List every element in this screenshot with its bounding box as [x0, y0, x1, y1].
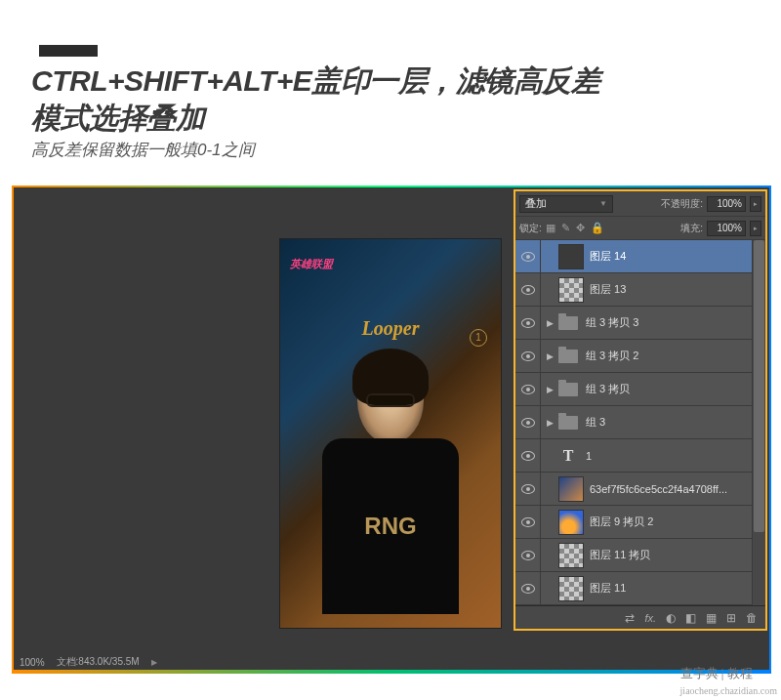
folder-icon [558, 350, 578, 363]
eye-icon [521, 285, 535, 295]
watermark: 查字典 | 教程 jiaocheng.chazidian.com [680, 665, 777, 698]
layer-row[interactable]: ▶组 3 拷贝 [515, 373, 765, 406]
opacity-stepper[interactable]: ▸ [750, 196, 761, 212]
layer-name: 图层 9 拷贝 2 [590, 515, 765, 529]
scrollbar-thumb[interactable] [754, 240, 764, 532]
layer-name: 组 3 拷贝 3 [586, 315, 765, 330]
team-logo: RNG [364, 513, 416, 540]
new-layer-icon[interactable]: ⊞ [726, 611, 736, 625]
mask-icon[interactable]: ◐ [666, 611, 676, 625]
lock-row: 锁定: ▦ ✎ ✥ 🔒 填充: 100% ▸ [515, 217, 765, 240]
visibility-toggle[interactable] [515, 506, 541, 538]
app-screenshot: 英雄联盟 Looper 1 RNG 100% 文档:843.0K/35.5M ▶… [12, 185, 771, 674]
expand-toggle[interactable]: ▶ [541, 418, 558, 428]
layer-row[interactable]: 图层 13 [515, 273, 765, 307]
folder-icon [558, 383, 578, 396]
layers-panel: 叠加 ▼ 不透明度: 100% ▸ 锁定: ▦ ✎ ✥ 🔒 填充: [514, 189, 767, 631]
layer-name: 1 [586, 450, 765, 462]
eye-icon [521, 451, 535, 461]
expand-toggle[interactable]: ▶ [541, 351, 558, 361]
eye-icon [521, 318, 535, 328]
watermark-main: 查字典 | 教程 [680, 666, 753, 680]
layer-row[interactable]: 图层 11 [515, 572, 765, 605]
layer-row[interactable]: 图层 11 拷贝 [515, 539, 765, 572]
visibility-toggle[interactable] [515, 572, 541, 604]
scrollbar[interactable] [752, 240, 765, 605]
layer-row[interactable]: 图层 9 拷贝 2 [515, 506, 765, 539]
expand-toggle[interactable]: ▶ [541, 385, 558, 394]
trash-icon[interactable]: 🗑 [746, 611, 758, 625]
eye-icon [521, 385, 535, 394]
folder-icon [558, 316, 578, 330]
group-icon[interactable]: ▦ [706, 611, 717, 625]
status-bar: 100% 文档:843.0K/35.5M ▶ [14, 652, 769, 672]
opacity-label: 不透明度: [661, 197, 703, 211]
artwork-badge: 1 [470, 329, 487, 347]
page-title: CTRL+SHIFT+ALT+E盖印一层，滤镜高反差 模式选择叠加 [31, 62, 599, 136]
layer-row[interactable]: 图层 14 [515, 240, 765, 273]
layer-name: 组 3 [586, 415, 765, 430]
zoom-level[interactable]: 100% [20, 657, 45, 668]
visibility-toggle[interactable] [515, 539, 541, 571]
layer-thumbnail [558, 543, 584, 568]
fx-icon[interactable]: fx. [644, 612, 656, 624]
link-layers-icon[interactable]: ⇄ [625, 611, 635, 625]
layer-name: 图层 13 [590, 282, 765, 297]
chevron-down-icon: ▼ [599, 199, 607, 208]
fill-input[interactable]: 100% [707, 221, 746, 236]
fill-stepper[interactable]: ▸ [750, 221, 761, 236]
layer-thumbnail [558, 244, 584, 269]
expand-toggle[interactable]: ▶ [541, 318, 558, 328]
layer-name: 图层 11 [590, 581, 765, 596]
layer-name: 63ef7f5fc6ce5cc2f4a4708ff... [590, 483, 765, 495]
gradient-divider [12, 670, 771, 674]
eye-icon [521, 351, 535, 361]
layers-footer: ⇄ fx. ◐ ◧ ▦ ⊞ 🗑 [515, 605, 765, 629]
artwork-logo: 英雄联盟 [290, 257, 333, 271]
layer-row[interactable]: ▶组 3 拷贝 2 [515, 340, 765, 373]
visibility-toggle[interactable] [515, 307, 541, 339]
eye-icon [521, 484, 535, 494]
eye-icon [521, 584, 535, 594]
visibility-toggle[interactable] [515, 273, 541, 306]
layer-row[interactable]: 63ef7f5fc6ce5cc2f4a4708ff... [515, 473, 765, 506]
lock-all-icon[interactable]: 🔒 [591, 222, 604, 234]
doc-info: 文档:843.0K/35.5M [57, 655, 140, 669]
folder-icon [558, 416, 578, 430]
layer-name: 组 3 拷贝 2 [586, 349, 765, 363]
visibility-toggle[interactable] [515, 373, 541, 405]
title-line1: CTRL+SHIFT+ALT+E盖印一层，滤镜高反差 [31, 64, 599, 97]
eye-icon [521, 252, 535, 262]
layer-thumbnail [558, 510, 584, 535]
layer-row[interactable]: ▶组 3 拷贝 3 [515, 307, 765, 340]
visibility-toggle[interactable] [515, 439, 541, 472]
blend-row: 叠加 ▼ 不透明度: 100% ▸ [515, 191, 765, 217]
artwork-name: Looper [362, 317, 420, 340]
title-line2: 模式选择叠加 [31, 102, 204, 134]
layer-name: 图层 11 拷贝 [590, 548, 765, 562]
canvas-area: 英雄联盟 Looper 1 RNG 100% 文档:843.0K/35.5M ▶… [14, 187, 769, 672]
lock-position-icon[interactable]: ✥ [576, 222, 585, 234]
visibility-toggle[interactable] [515, 406, 541, 438]
visibility-toggle[interactable] [515, 473, 541, 505]
layer-thumbnail [558, 476, 584, 502]
lock-label: 锁定: [519, 222, 542, 235]
visibility-toggle[interactable] [515, 340, 541, 372]
watermark-sub: jiaocheng.chazidian.com [680, 685, 777, 696]
layers-list: 图层 14图层 13▶组 3 拷贝 3▶组 3 拷贝 2▶组 3 拷贝▶组 3T… [515, 240, 765, 605]
layer-row[interactable]: T1 [515, 439, 765, 473]
blend-mode-select[interactable]: 叠加 ▼ [519, 195, 613, 213]
accent-bar [39, 45, 98, 57]
lock-transparent-icon[interactable]: ▦ [546, 222, 555, 234]
layer-name: 图层 14 [590, 249, 765, 264]
fill-label: 填充: [680, 222, 703, 235]
lock-brush-icon[interactable]: ✎ [561, 222, 570, 234]
glasses-icon [366, 393, 415, 407]
layer-row[interactable]: ▶组 3 [515, 406, 765, 439]
text-layer-icon: T [558, 447, 578, 465]
artwork-preview: 英雄联盟 Looper 1 RNG [279, 238, 502, 629]
layer-name: 组 3 拷贝 [586, 382, 765, 396]
opacity-input[interactable]: 100% [707, 196, 746, 212]
visibility-toggle[interactable] [515, 240, 541, 272]
adjustment-icon[interactable]: ◧ [685, 611, 696, 625]
